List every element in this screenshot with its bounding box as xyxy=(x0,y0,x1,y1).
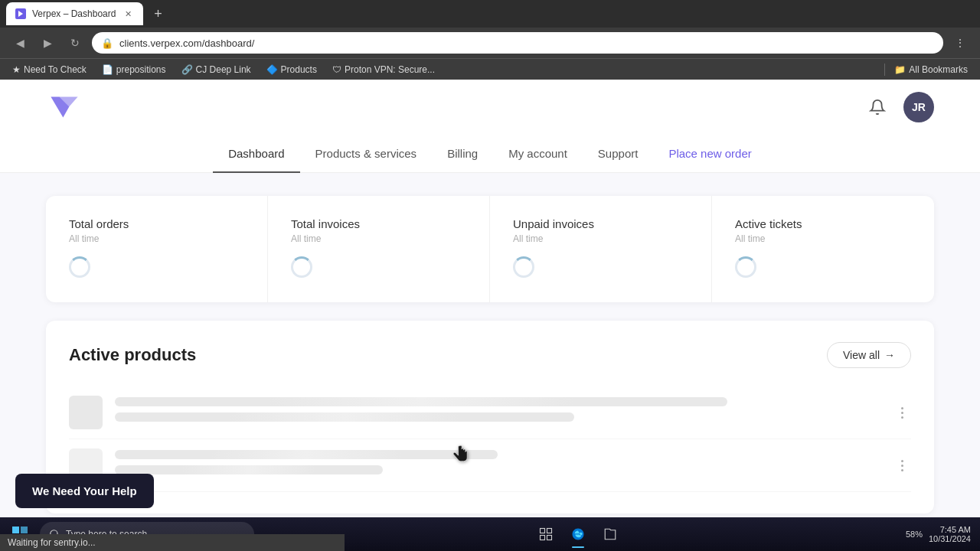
url-text: clients.verpex.com/dashboard/ xyxy=(119,37,934,49)
bookmarks-bar: ★ Need To Check 📄 prepositions 🔗 CJ Deep… xyxy=(0,58,980,80)
stat-card-unpaid-invoices: Unpaid invoices All time xyxy=(490,196,712,302)
taskbar-icon-edge[interactable] xyxy=(563,519,593,549)
svg-rect-8 xyxy=(547,536,552,540)
svg-rect-5 xyxy=(541,529,545,533)
stat-card-total-invoices: Total invoices All time xyxy=(268,196,490,302)
product-menu-button[interactable] xyxy=(893,403,911,422)
header-right: JR xyxy=(864,92,934,122)
all-bookmarks-button[interactable]: 📁 All Bookmarks xyxy=(888,63,974,77)
bookmark-doc-icon: 📄 xyxy=(102,64,113,75)
taskbar-icons xyxy=(257,519,900,549)
taskbar-icon-task-view[interactable] xyxy=(531,519,561,549)
notification-button[interactable] xyxy=(864,93,891,121)
taskbar-icon-files[interactable] xyxy=(595,519,626,549)
taskbar-right: 58% 7:45 AM 10/31/2024 xyxy=(900,525,977,543)
stats-grid: Total orders All time Total invoices All… xyxy=(46,196,934,302)
product-row xyxy=(69,386,911,439)
taskbar-battery: 58% xyxy=(906,530,923,539)
product-menu-button[interactable] xyxy=(893,456,911,474)
bookmark-label: Products xyxy=(281,64,317,75)
stat-label-total-orders: Total orders xyxy=(69,217,244,230)
stat-label-active-tickets: Active tickets xyxy=(735,217,911,230)
nav-item-support[interactable]: Support xyxy=(583,135,654,172)
site-nav: Dashboard Products & services Billing My… xyxy=(0,135,980,173)
bookmark-shield-icon: 🛡 xyxy=(332,64,341,75)
taskbar-clock: 7:45 AM 10/31/2024 xyxy=(929,525,971,543)
svg-rect-7 xyxy=(541,536,545,540)
bookmark-item-need-to-check[interactable]: ★ Need To Check xyxy=(6,63,93,77)
nav-item-my-account[interactable]: My account xyxy=(493,135,583,172)
browser-menu-icon[interactable]: ⋮ xyxy=(949,32,971,54)
stat-sub-total-invoices: All time xyxy=(291,233,466,244)
bookmark-item-prepositions[interactable]: 📄 prepositions xyxy=(96,63,172,77)
new-tab-button[interactable]: + xyxy=(148,4,168,24)
product-row xyxy=(69,439,911,492)
loading-spinner-invoices xyxy=(291,256,312,278)
stat-sub-unpaid-invoices: All time xyxy=(513,233,688,244)
lock-icon: 🔒 xyxy=(101,37,113,49)
stat-card-active-tickets: Active tickets All time xyxy=(712,196,934,302)
product-thumbnail xyxy=(69,396,103,429)
skeleton-line-sub xyxy=(115,465,383,474)
skeleton-line-title xyxy=(115,450,498,459)
reload-button[interactable]: ↻ xyxy=(64,32,86,54)
stat-label-total-invoices: Total invoices xyxy=(291,217,466,230)
stat-card-total-orders: Total orders All time xyxy=(46,196,268,302)
bookmark-star-icon: ★ xyxy=(12,64,21,75)
svg-rect-1 xyxy=(21,527,28,533)
bookmark-label: CJ Deep Link xyxy=(196,64,251,75)
product-info xyxy=(115,450,880,481)
avatar[interactable]: JR xyxy=(903,92,934,122)
nav-item-billing[interactable]: Billing xyxy=(432,135,493,172)
loading-spinner-tickets xyxy=(735,256,756,278)
products-header: Active products View all → xyxy=(69,342,911,368)
loading-spinner-orders xyxy=(69,256,90,278)
tab-close-button[interactable]: ✕ xyxy=(122,8,134,20)
address-bar[interactable]: 🔒 clients.verpex.com/dashboard/ xyxy=(92,32,943,54)
status-bar: Waiting for sentry.io... xyxy=(0,534,345,551)
skeleton-line-sub xyxy=(115,412,574,422)
nav-item-products-services[interactable]: Products & services xyxy=(300,135,433,172)
stat-label-unpaid-invoices: Unpaid invoices xyxy=(513,217,688,230)
nav-item-place-order[interactable]: Place new order xyxy=(653,135,766,172)
bookmark-item-products[interactable]: 🔷 Products xyxy=(260,63,323,77)
loading-spinner-unpaid xyxy=(513,256,534,278)
bookmark-label: Proton VPN: Secure... xyxy=(345,64,435,75)
arrow-right-icon: → xyxy=(884,349,895,361)
forward-button[interactable]: ▶ xyxy=(37,32,58,54)
view-all-button[interactable]: View all → xyxy=(827,342,911,368)
stat-sub-active-tickets: All time xyxy=(735,233,911,244)
product-info xyxy=(115,397,880,428)
bookmark-label: prepositions xyxy=(116,64,166,75)
products-section: Active products View all → xyxy=(46,321,934,514)
bookmark-label: Need To Check xyxy=(24,64,87,75)
nav-item-dashboard[interactable]: Dashboard xyxy=(213,135,299,172)
tab-favicon xyxy=(15,8,26,19)
tab-title: Verpex – Dashboard xyxy=(32,8,116,19)
browser-chrome: Verpex – Dashboard ✕ + xyxy=(0,0,980,28)
bookmark-diamond-icon: 🔷 xyxy=(266,64,278,75)
products-title: Active products xyxy=(69,345,196,365)
svg-rect-0 xyxy=(12,527,19,533)
bookmark-link-icon: 🔗 xyxy=(181,64,193,75)
site-header: JR xyxy=(0,80,980,135)
svg-rect-6 xyxy=(547,529,552,533)
help-banner[interactable]: We Need Your Help xyxy=(15,474,154,508)
bookmarks-separator xyxy=(884,64,885,76)
skeleton-line-title xyxy=(115,397,727,406)
logo[interactable] xyxy=(46,92,83,122)
bookmark-item-cj[interactable]: 🔗 CJ Deep Link xyxy=(175,63,257,77)
back-button[interactable]: ◀ xyxy=(9,32,31,54)
browser-tab[interactable]: Verpex – Dashboard ✕ xyxy=(6,2,143,25)
bookmark-item-proton[interactable]: 🛡 Proton VPN: Secure... xyxy=(326,63,441,77)
browser-controls: ◀ ▶ ↻ 🔒 clients.verpex.com/dashboard/ ⋮ xyxy=(0,28,980,58)
stat-sub-total-orders: All time xyxy=(69,233,244,244)
